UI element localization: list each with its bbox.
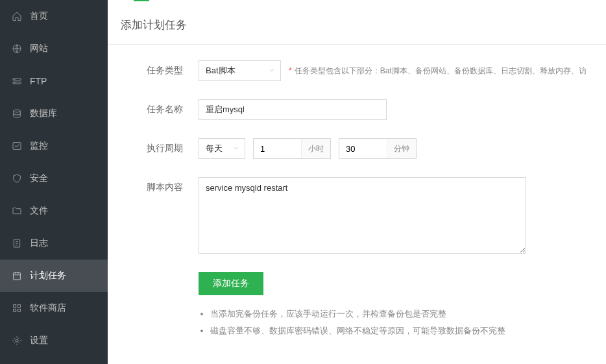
page-title: 添加计划任务	[121, 18, 606, 32]
sidebar-item-exit[interactable]: 退出	[0, 357, 108, 364]
svg-point-4	[14, 82, 15, 83]
monitor-icon	[12, 141, 22, 151]
sidebar-item-home[interactable]: 首页	[0, 0, 108, 32]
chevron-down-icon	[233, 144, 239, 154]
sidebar-item-label: 安全	[30, 173, 48, 184]
sidebar-item-monitor[interactable]: 监控	[0, 130, 108, 162]
log-icon	[12, 238, 22, 249]
cycle-period-select[interactable]: 每天	[199, 138, 245, 159]
label-task-type: 任务类型	[147, 60, 199, 77]
sidebar-item-website[interactable]: 网站	[0, 32, 108, 65]
task-type-value: Bat脚本	[206, 65, 236, 77]
sidebar-item-database[interactable]: 数据库	[0, 97, 108, 130]
row-submit: 添加任务	[108, 272, 606, 295]
row-cycle: 执行周期 每天 小时 分钟	[108, 138, 606, 159]
sidebar: 首页 网站 FTP 数据库 监控 安全 文件 日志 计划任务 软件商店 设置	[0, 0, 108, 364]
minute-input-group: 分钟	[339, 138, 417, 159]
task-type-select[interactable]: Bat脚本	[199, 60, 281, 81]
globe-icon	[12, 43, 22, 54]
sidebar-item-label: 软件商店	[30, 302, 66, 314]
svg-rect-6	[13, 143, 21, 150]
svg-point-3	[14, 79, 15, 80]
label-cycle: 执行周期	[147, 138, 199, 154]
minute-input[interactable]	[339, 144, 387, 154]
sidebar-item-ftp[interactable]: FTP	[0, 65, 108, 97]
sidebar-item-label: 文件	[30, 205, 48, 217]
sidebar-item-label: 网站	[30, 43, 48, 55]
ftp-icon	[12, 76, 22, 86]
form: 任务类型 Bat脚本 * 任务类型包含以下部分：Bat脚本、备份网站、备份数据库…	[108, 45, 606, 337]
row-task-name: 任务名称	[108, 99, 606, 120]
calendar-icon	[12, 271, 22, 281]
folder-icon	[12, 206, 22, 216]
svg-point-5	[14, 110, 21, 112]
home-icon	[12, 11, 22, 21]
svg-rect-9	[14, 305, 16, 308]
apps-icon	[12, 303, 22, 313]
main-content: 添加计划任务 任务类型 Bat脚本 * 任务类型包含以下部分：Bat脚本、备份网…	[108, 0, 606, 364]
sidebar-item-label: 设置	[30, 335, 48, 346]
help-text-content: 任务类型包含以下部分：Bat脚本、备份网站、备份数据库、日志切割、释放内存、访	[295, 66, 587, 77]
sidebar-item-settings[interactable]: 设置	[0, 324, 108, 357]
note-item: 当添加完备份任务，应该手动运行一次，并检查备份包是否完整	[210, 308, 606, 320]
row-script: 脚本内容 service mysqld restart	[108, 177, 606, 254]
label-script: 脚本内容	[147, 177, 199, 193]
svg-rect-12	[18, 309, 20, 311]
hour-input-group: 小时	[253, 138, 331, 159]
svg-rect-10	[18, 305, 20, 308]
minute-unit: 分钟	[387, 139, 416, 158]
chevron-down-icon	[269, 66, 275, 76]
shield-icon	[12, 173, 22, 184]
sidebar-item-label: 数据库	[30, 108, 57, 119]
task-name-input[interactable]	[199, 99, 387, 120]
svg-rect-8	[14, 273, 21, 280]
script-textarea[interactable]: service mysqld restart	[199, 177, 526, 254]
task-type-help: * 任务类型包含以下部分：Bat脚本、备份网站、备份数据库、日志切割、释放内存、…	[289, 66, 587, 77]
svg-rect-11	[14, 309, 16, 311]
sidebar-item-cron[interactable]: 计划任务	[0, 260, 108, 292]
note-item: 磁盘容量不够、数据库密码错误、网络不稳定等原因，可能导致数据备份不完整	[210, 325, 606, 337]
database-icon	[12, 108, 22, 119]
svg-rect-1	[13, 79, 21, 80]
cycle-period-value: 每天	[206, 143, 223, 154]
sidebar-item-store[interactable]: 软件商店	[0, 292, 108, 324]
hour-unit: 小时	[301, 139, 330, 158]
required-asterisk: *	[289, 66, 292, 75]
sidebar-item-label: 日志	[30, 237, 48, 249]
sidebar-item-label: 首页	[30, 10, 48, 22]
sidebar-item-security[interactable]: 安全	[0, 162, 108, 195]
sidebar-item-files[interactable]: 文件	[0, 195, 108, 227]
submit-button[interactable]: 添加任务	[199, 272, 263, 295]
page-header: 添加计划任务	[108, 2, 606, 45]
sidebar-item-logs[interactable]: 日志	[0, 227, 108, 260]
sidebar-item-label: 监控	[30, 140, 48, 152]
sidebar-item-label: FTP	[30, 76, 47, 86]
sidebar-item-label: 计划任务	[30, 270, 66, 282]
hour-input[interactable]	[254, 144, 301, 154]
notes-list: 当添加完备份任务，应该手动运行一次，并检查备份包是否完整 磁盘容量不够、数据库密…	[108, 308, 606, 337]
row-task-type: 任务类型 Bat脚本 * 任务类型包含以下部分：Bat脚本、备份网站、备份数据库…	[108, 60, 606, 81]
tab-indicator	[108, 0, 606, 2]
svg-point-13	[16, 339, 18, 342]
svg-rect-2	[13, 82, 21, 84]
label-task-name: 任务名称	[147, 99, 199, 115]
gear-icon	[12, 335, 22, 346]
